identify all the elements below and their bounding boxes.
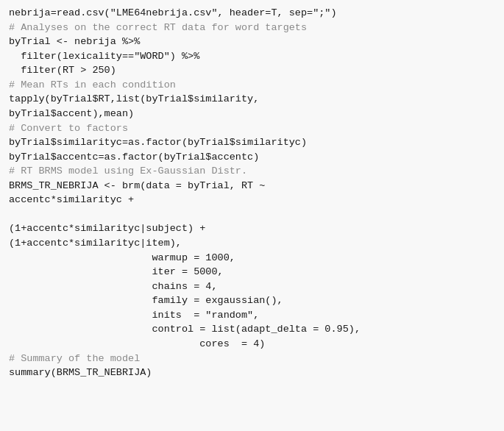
code-line: filter(RT > 250) — [9, 63, 495, 78]
code-line: (1+accentc*similarityc|item), — [9, 236, 495, 251]
code-editor: nebrija=read.csv("LME64nebrija.csv", hea… — [0, 0, 504, 431]
code-line: byTrial$accentc=as.factor(byTrial$accent… — [9, 150, 495, 165]
code-line: warmup = 1000, — [9, 251, 495, 266]
code-line: cores = 4) — [9, 337, 495, 352]
code-line: summary(BRMS_TR_NEBRIJA) — [9, 366, 495, 380]
code-line: byTrial$similarityc=as.factor(byTrial$si… — [9, 135, 495, 150]
code-line: # RT BRMS model using Ex-Gaussian Distr. — [9, 164, 495, 179]
code-line: accentc*similarityc + — [9, 193, 495, 207]
code-line: iter = 5000, — [9, 265, 495, 279]
code-line: (1+accentc*similarityc|subject) + — [9, 221, 495, 236]
code-line: filter(lexicality=="WORD") %>% — [9, 49, 495, 64]
code-line: chains = 4, — [9, 279, 495, 294]
code-line: BRMS_TR_NEBRIJA <- brm(data = byTrial, R… — [9, 179, 495, 193]
code-line: # Analyses on the correct RT data for wo… — [9, 21, 495, 35]
code-line: family = exgaussian(), — [9, 293, 495, 308]
code-line: # Summary of the model — [9, 352, 495, 366]
code-line — [9, 207, 495, 222]
code-line: nebrija=read.csv("LME64nebrija.csv", hea… — [9, 6, 495, 21]
code-line: control = list(adapt_delta = 0.95), — [9, 322, 495, 337]
code-line: byTrial <- nebrija %>% — [9, 35, 495, 49]
code-line: inits = "random", — [9, 308, 495, 323]
code-content: nebrija=read.csv("LME64nebrija.csv", hea… — [9, 6, 495, 380]
code-line: byTrial$accent),mean) — [9, 107, 495, 121]
code-line: tapply(byTrial$RT,list(byTrial$similarit… — [9, 92, 495, 107]
code-line: # Convert to factors — [9, 121, 495, 136]
code-line: # Mean RTs in each condition — [9, 78, 495, 93]
